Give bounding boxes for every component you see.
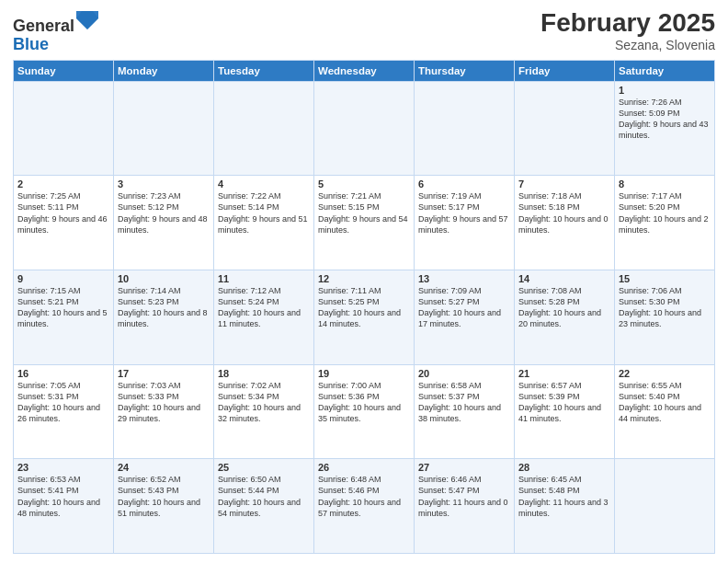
calendar-cell: 4Sunrise: 7:22 AM Sunset: 5:14 PM Daylig… [214,176,314,270]
calendar-cell: 14Sunrise: 7:08 AM Sunset: 5:28 PM Dayli… [515,270,615,364]
day-number: 23 [17,462,109,473]
day-info: Sunrise: 7:12 AM Sunset: 5:24 PM Dayligh… [218,285,310,330]
calendar-cell: 17Sunrise: 7:03 AM Sunset: 5:33 PM Dayli… [114,364,214,459]
day-number: 18 [218,368,310,379]
weekday-wednesday: Wednesday [314,60,415,81]
day-info: Sunrise: 7:23 AM Sunset: 5:12 PM Dayligh… [118,190,210,236]
day-info: Sunrise: 7:06 AM Sunset: 5:30 PM Dayligh… [619,285,711,330]
calendar-cell: 8Sunrise: 7:17 AM Sunset: 5:20 PM Daylig… [615,176,715,270]
day-info: Sunrise: 6:58 AM Sunset: 5:37 PM Dayligh… [418,380,510,425]
day-number: 5 [318,178,410,190]
calendar-cell: 18Sunrise: 7:02 AM Sunset: 5:34 PM Dayli… [214,364,314,459]
day-number: 17 [118,368,210,379]
calendar-cell: 10Sunrise: 7:14 AM Sunset: 5:23 PM Dayli… [114,270,214,364]
day-info: Sunrise: 7:14 AM Sunset: 5:23 PM Dayligh… [118,285,210,330]
calendar-table: SundayMondayTuesdayWednesdayThursdayFrid… [13,60,715,554]
calendar-cell: 28Sunrise: 6:45 AM Sunset: 5:48 PM Dayli… [515,459,615,554]
day-number: 24 [118,462,210,473]
day-info: Sunrise: 6:48 AM Sunset: 5:46 PM Dayligh… [318,474,410,519]
calendar-cell: 21Sunrise: 6:57 AM Sunset: 5:39 PM Dayli… [515,364,615,459]
day-number: 8 [619,178,711,190]
day-info: Sunrise: 6:45 AM Sunset: 5:48 PM Dayligh… [518,474,610,519]
day-number: 26 [318,462,410,473]
day-info: Sunrise: 6:52 AM Sunset: 5:43 PM Dayligh… [118,474,210,519]
calendar-cell: 3Sunrise: 7:23 AM Sunset: 5:12 PM Daylig… [114,176,214,270]
day-info: Sunrise: 7:11 AM Sunset: 5:25 PM Dayligh… [318,285,410,330]
day-info: Sunrise: 7:03 AM Sunset: 5:33 PM Dayligh… [118,380,210,425]
calendar-cell: 25Sunrise: 6:50 AM Sunset: 5:44 PM Dayli… [214,459,314,554]
calendar-cell: 5Sunrise: 7:21 AM Sunset: 5:15 PM Daylig… [314,176,415,270]
title-block: February 2025 Sezana, Slovenia [540,9,715,52]
day-number: 13 [418,273,510,284]
calendar-cell: 22Sunrise: 6:55 AM Sunset: 5:40 PM Dayli… [615,364,715,459]
calendar-cell: 15Sunrise: 7:06 AM Sunset: 5:30 PM Dayli… [615,270,715,364]
header: General Blue February 2025 Sezana, Slove… [13,9,715,54]
day-number: 27 [418,462,510,473]
calendar-cell: 24Sunrise: 6:52 AM Sunset: 5:43 PM Dayli… [114,459,214,554]
weekday-header-row: SundayMondayTuesdayWednesdayThursdayFrid… [14,60,715,81]
weekday-saturday: Saturday [615,60,715,81]
day-info: Sunrise: 6:57 AM Sunset: 5:39 PM Dayligh… [518,380,610,425]
month-title: February 2025 [540,9,715,38]
day-number: 22 [619,368,711,379]
calendar-cell [415,81,515,176]
day-number: 16 [17,368,109,379]
calendar-cell [515,81,615,176]
day-info: Sunrise: 7:08 AM Sunset: 5:28 PM Dayligh… [518,285,610,330]
logo-general-text: General [13,17,74,35]
day-number: 15 [619,273,711,284]
day-number: 4 [218,178,310,190]
day-info: Sunrise: 7:09 AM Sunset: 5:27 PM Dayligh… [418,285,510,330]
logo-icon [76,9,98,31]
day-info: Sunrise: 6:55 AM Sunset: 5:40 PM Dayligh… [619,380,711,425]
week-row-5: 23Sunrise: 6:53 AM Sunset: 5:41 PM Dayli… [14,459,715,554]
calendar-cell: 20Sunrise: 6:58 AM Sunset: 5:37 PM Dayli… [415,364,515,459]
day-number: 20 [418,368,510,379]
calendar-cell [14,81,114,176]
week-row-4: 16Sunrise: 7:05 AM Sunset: 5:31 PM Dayli… [14,364,715,459]
day-info: Sunrise: 7:17 AM Sunset: 5:20 PM Dayligh… [619,190,711,236]
calendar-cell: 1Sunrise: 7:26 AM Sunset: 5:09 PM Daylig… [615,81,715,176]
page: General Blue February 2025 Sezana, Slove… [0,0,728,563]
weekday-tuesday: Tuesday [214,60,314,81]
day-info: Sunrise: 7:25 AM Sunset: 5:11 PM Dayligh… [17,190,109,236]
logo-blue-text: Blue [13,35,49,53]
day-info: Sunrise: 6:46 AM Sunset: 5:47 PM Dayligh… [418,474,510,519]
day-number: 14 [518,273,610,284]
day-info: Sunrise: 7:02 AM Sunset: 5:34 PM Dayligh… [218,380,310,425]
week-row-2: 2Sunrise: 7:25 AM Sunset: 5:11 PM Daylig… [14,176,715,270]
day-number: 12 [318,273,410,284]
calendar-cell: 27Sunrise: 6:46 AM Sunset: 5:47 PM Dayli… [415,459,515,554]
day-info: Sunrise: 7:15 AM Sunset: 5:21 PM Dayligh… [17,285,109,330]
day-number: 3 [118,178,210,190]
calendar-cell: 6Sunrise: 7:19 AM Sunset: 5:17 PM Daylig… [415,176,515,270]
calendar-cell: 9Sunrise: 7:15 AM Sunset: 5:21 PM Daylig… [14,270,114,364]
calendar-cell: 7Sunrise: 7:18 AM Sunset: 5:18 PM Daylig… [515,176,615,270]
day-number: 21 [518,368,610,379]
day-number: 9 [17,273,109,284]
day-info: Sunrise: 7:18 AM Sunset: 5:18 PM Dayligh… [518,190,610,236]
calendar-cell [114,81,214,176]
calendar-cell [214,81,314,176]
day-info: Sunrise: 6:53 AM Sunset: 5:41 PM Dayligh… [17,474,109,519]
calendar-cell: 13Sunrise: 7:09 AM Sunset: 5:27 PM Dayli… [415,270,515,364]
location-subtitle: Sezana, Slovenia [540,38,715,52]
calendar-cell: 23Sunrise: 6:53 AM Sunset: 5:41 PM Dayli… [14,459,114,554]
calendar-cell [314,81,415,176]
day-number: 11 [218,273,310,284]
weekday-monday: Monday [114,60,214,81]
calendar-cell: 26Sunrise: 6:48 AM Sunset: 5:46 PM Dayli… [314,459,415,554]
week-row-1: 1Sunrise: 7:26 AM Sunset: 5:09 PM Daylig… [14,81,715,176]
day-number: 7 [518,178,610,190]
calendar-cell: 19Sunrise: 7:00 AM Sunset: 5:36 PM Dayli… [314,364,415,459]
day-number: 25 [218,462,310,473]
calendar-cell: 11Sunrise: 7:12 AM Sunset: 5:24 PM Dayli… [214,270,314,364]
calendar-cell [615,459,715,554]
weekday-sunday: Sunday [14,60,114,81]
day-info: Sunrise: 7:22 AM Sunset: 5:14 PM Dayligh… [218,190,310,236]
logo: General Blue [13,9,98,54]
day-number: 19 [318,368,410,379]
calendar-cell: 12Sunrise: 7:11 AM Sunset: 5:25 PM Dayli… [314,270,415,364]
day-number: 2 [17,178,109,190]
day-number: 10 [118,273,210,284]
